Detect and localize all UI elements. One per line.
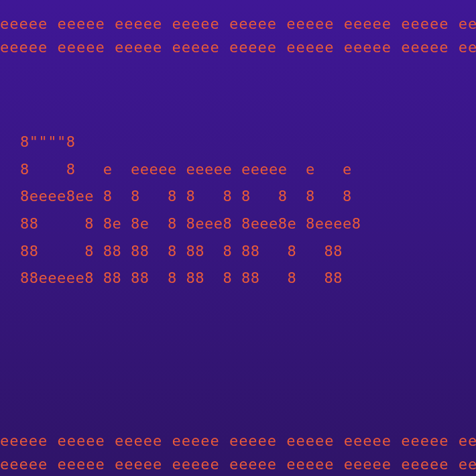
ascii-line: 88 8 8e 8e 8 8eee8 8eee8e 8eeee8 — [20, 215, 361, 232]
ascii-line: 8""""8 — [20, 133, 75, 150]
ascii-line: 8eeee8ee 8 8 8 8 8 8 8 8 8 — [20, 188, 352, 204]
bottom-border: eeeee eeeee eeeee eeeee eeeee eeeee eeee… — [0, 429, 476, 476]
ascii-banner: 8""""8 8 8 e eeeee eeeee eeeee e e 8eeee… — [20, 129, 361, 292]
border-row: eeeee eeeee eeeee eeeee eeeee eeeee eeee… — [0, 12, 476, 36]
ascii-line: 8 8 e eeeee eeeee eeeee e e — [20, 161, 352, 178]
border-row: eeeee eeeee eeeee eeeee eeeee eeeee eeee… — [0, 36, 476, 59]
ascii-line: 88 8 88 88 8 88 8 88 8 88 — [20, 243, 343, 259]
border-row: eeeee eeeee eeeee eeeee eeeee eeeee eeee… — [0, 429, 476, 453]
top-border: eeeee eeeee eeeee eeeee eeeee eeeee eeee… — [0, 0, 476, 59]
border-row: eeeee eeeee eeeee eeeee eeeee eeeee eeee… — [0, 453, 476, 476]
ascii-line: 88eeeee8 88 88 8 88 8 88 8 88 — [20, 270, 343, 286]
